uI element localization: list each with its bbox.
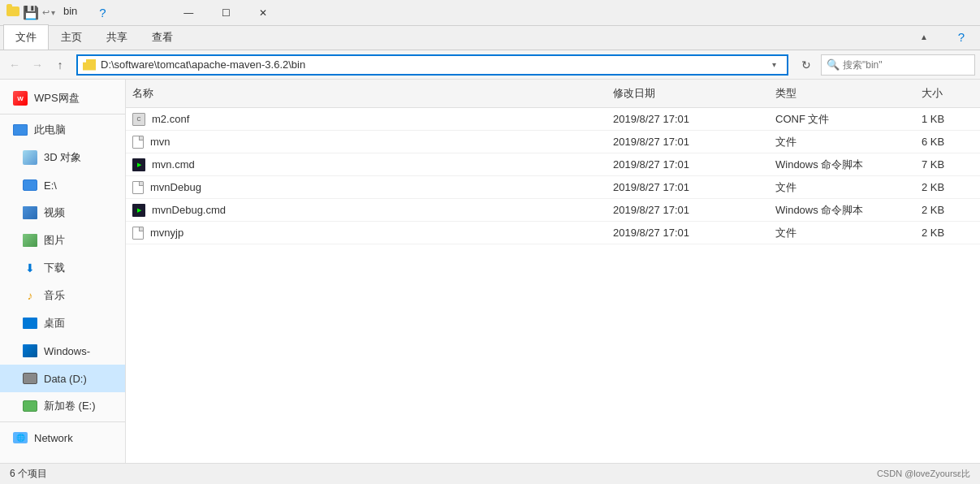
download-icon: ⬇ xyxy=(23,261,37,275)
sidebar-label-thispc: 此电脑 xyxy=(34,123,66,137)
content-area: 名称 修改日期 类型 大小 C m2.conf 2019/8/27 17:01 … xyxy=(126,80,980,463)
address-dropdown-button[interactable]: ▾ xyxy=(766,55,782,75)
table-row[interactable]: mvnDebug 2019/8/27 17:01 文件 2 KB xyxy=(126,176,980,199)
main-area: W WPS网盘 此电脑 3D 对象 E:\ xyxy=(0,80,980,463)
col-date[interactable]: 修改日期 xyxy=(607,83,769,104)
address-folder-icon xyxy=(83,59,96,71)
col-type[interactable]: 类型 xyxy=(769,83,915,104)
sidebar-item-edrive2[interactable]: 新加卷 (E:) xyxy=(0,392,125,420)
file-name-cell: mvn xyxy=(126,136,607,149)
file-type-cell: 文件 xyxy=(769,226,915,240)
col-name[interactable]: 名称 xyxy=(126,83,607,104)
sidebar-label-edrive: E:\ xyxy=(44,179,57,192)
pc-icon xyxy=(13,123,28,137)
table-row[interactable]: mvn 2019/8/27 17:01 文件 6 KB xyxy=(126,131,980,153)
file-name-text: mvn.cmd xyxy=(152,158,195,171)
file-type-cell: Windows 命令脚本 xyxy=(769,203,915,218)
network-icon: 🌐 xyxy=(13,430,28,445)
file-list-header: 名称 修改日期 类型 大小 xyxy=(126,80,980,108)
minimize-button[interactable]: — xyxy=(170,0,207,26)
file-icon xyxy=(132,136,144,149)
nav-bar: ← → ↑ D:\software\tomcat\apache-maven-3.… xyxy=(0,50,980,80)
file-name-text: mvnyjp xyxy=(150,227,183,239)
table-row[interactable]: C m2.conf 2019/8/27 17:01 CONF 文件 1 KB xyxy=(126,108,980,131)
wps-icon: W xyxy=(13,91,28,106)
title-bar-icons: 💾 ↩ ▾ bin xyxy=(6,5,77,20)
windows-icon xyxy=(23,344,37,358)
item-count: 6 个项目 xyxy=(10,467,47,481)
col-size[interactable]: 大小 xyxy=(915,83,980,104)
sidebar-label-music: 音乐 xyxy=(44,288,65,303)
refresh-button[interactable]: ↻ xyxy=(795,54,818,76)
sidebar-item-3d[interactable]: 3D 对象 xyxy=(0,144,125,171)
tab-share[interactable]: 共享 xyxy=(94,24,140,50)
address-text[interactable]: D:\software\tomcat\apache-maven-3.6.2\bi… xyxy=(101,58,766,71)
cmd-icon: ▶ xyxy=(132,204,145,217)
sidebar-item-picture[interactable]: 图片 xyxy=(0,227,125,254)
file-icon xyxy=(132,227,144,240)
status-bar: 6 个项目 CSDN @loveZyoursε比 xyxy=(0,463,980,484)
sidebar-item-edrive[interactable]: E:\ xyxy=(0,171,125,199)
ddrive-icon xyxy=(23,371,37,386)
file-date-cell: 2019/8/27 17:01 xyxy=(607,158,769,171)
sidebar-item-thispc[interactable]: 此电脑 xyxy=(0,116,125,144)
file-date-cell: 2019/8/27 17:01 xyxy=(607,227,769,239)
cmd-icon: ▶ xyxy=(132,158,145,171)
video-icon xyxy=(23,205,37,220)
ribbon-collapse-button[interactable]: ▲ xyxy=(905,24,943,50)
maximize-button[interactable]: ☐ xyxy=(207,0,244,26)
sidebar-label-windows: Windows- xyxy=(44,345,90,357)
file-size-cell: 6 KB xyxy=(915,136,980,148)
file-name-text: mvnDebug.cmd xyxy=(152,204,226,216)
undo-icon[interactable]: ↩ xyxy=(42,7,50,18)
title-text: bin xyxy=(63,5,77,20)
search-input[interactable] xyxy=(843,59,969,71)
file-icon xyxy=(132,181,144,194)
sidebar-label-picture: 图片 xyxy=(44,233,65,248)
tab-home[interactable]: 主页 xyxy=(49,24,94,50)
forward-button[interactable]: → xyxy=(28,55,47,75)
address-bar[interactable]: D:\software\tomcat\apache-maven-3.6.2\bi… xyxy=(76,54,788,76)
edrive2-icon xyxy=(23,399,37,413)
sidebar-label-video: 视频 xyxy=(44,205,65,220)
sidebar-item-desktop[interactable]: 桌面 xyxy=(0,309,125,337)
up-button[interactable]: ↑ xyxy=(50,55,70,75)
sidebar-item-ddrive[interactable]: Data (D:) xyxy=(0,365,125,392)
table-row[interactable]: ▶ mvnDebug.cmd 2019/8/27 17:01 Windows 命… xyxy=(126,199,980,222)
table-row[interactable]: mvnyjp 2019/8/27 17:01 文件 2 KB xyxy=(126,222,980,244)
sidebar-item-wps[interactable]: W WPS网盘 xyxy=(0,84,125,112)
file-size-cell: 7 KB xyxy=(915,158,980,171)
window-controls: ? — ☐ ✕ xyxy=(84,0,282,26)
sidebar-item-network[interactable]: 🌐 Network xyxy=(0,424,125,452)
tab-file[interactable]: 文件 xyxy=(3,24,49,50)
watermark: CSDN @loveZyoursε比 xyxy=(877,468,970,480)
desktop-icon xyxy=(23,316,37,331)
sidebar-item-music[interactable]: ♪ 音乐 xyxy=(0,282,125,309)
file-name-cell: mvnyjp xyxy=(126,227,607,240)
search-icon: 🔍 xyxy=(827,58,840,71)
help-button[interactable]: ? xyxy=(84,0,121,26)
help-ribbon-button[interactable]: ? xyxy=(943,24,980,50)
dropdown-arrow[interactable]: ▾ xyxy=(51,8,55,17)
tab-view[interactable]: 查看 xyxy=(140,24,185,50)
table-row[interactable]: ▶ mvn.cmd 2019/8/27 17:01 Windows 命令脚本 7… xyxy=(126,153,980,176)
sidebar-item-windows[interactable]: Windows- xyxy=(0,337,125,365)
edrive-icon xyxy=(23,178,37,192)
sidebar-item-video[interactable]: 视频 xyxy=(0,199,125,227)
sidebar-label-ddrive: Data (D:) xyxy=(44,373,87,385)
sidebar-label-wps: WPS网盘 xyxy=(34,91,80,106)
sidebar-item-download[interactable]: ⬇ 下载 xyxy=(0,254,125,282)
file-size-cell: 2 KB xyxy=(915,227,980,239)
file-rows-container: C m2.conf 2019/8/27 17:01 CONF 文件 1 KB m… xyxy=(126,108,980,244)
close-button[interactable]: ✕ xyxy=(244,0,282,26)
back-button[interactable]: ← xyxy=(5,55,24,75)
save-icon[interactable]: 💾 xyxy=(23,5,39,20)
sidebar-divider-2 xyxy=(0,421,125,422)
file-type-cell: 文件 xyxy=(769,135,915,149)
music-icon: ♪ xyxy=(23,288,37,303)
3d-icon xyxy=(23,150,37,165)
sidebar-label-download: 下载 xyxy=(44,261,65,275)
file-name-cell: C m2.conf xyxy=(126,113,607,126)
sidebar-label-network: Network xyxy=(34,432,73,444)
file-name-cell: ▶ mvnDebug.cmd xyxy=(126,204,607,217)
